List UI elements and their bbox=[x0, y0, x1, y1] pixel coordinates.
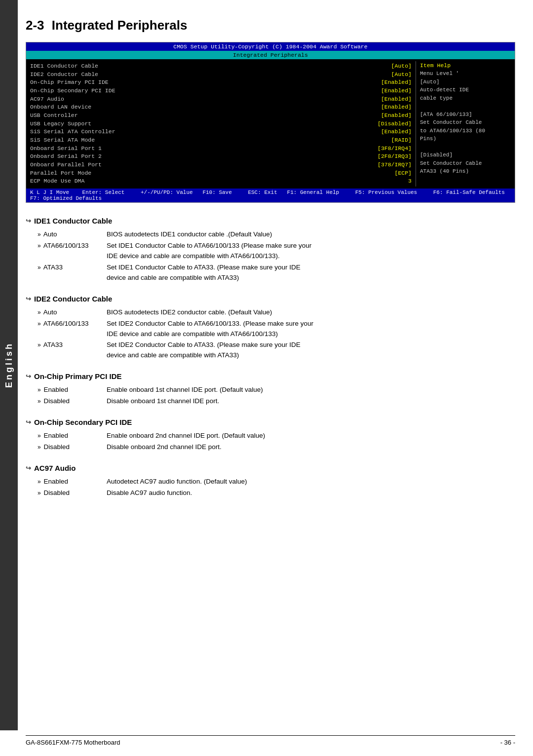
section-ide2-title: IDE2 Conductor Cable bbox=[34, 295, 112, 303]
bios-row-ide2: IDE2 Conductor Cable [Auto] bbox=[30, 71, 412, 79]
bios-menu-level: Menu Level ' bbox=[420, 70, 511, 78]
option-desc: Set IDE1 Conductor Cable to ATA66/100/13… bbox=[105, 240, 515, 262]
bios-row-ecp-dma: ECP Mode Use DMA 3 bbox=[30, 177, 412, 186]
bios-footer-f6: F6: Fail-Safe Defaults bbox=[433, 189, 505, 195]
option-desc: BIOS autodetects IDE1 conductor cable .(… bbox=[105, 229, 515, 240]
bios-menu-col: IDE1 Conductor Cable [Auto] IDE2 Conduct… bbox=[26, 61, 416, 187]
section-ac97-title: AC97 Audio bbox=[34, 464, 76, 472]
section-primary-heading: ↪ On-Chip Primary PCI IDE bbox=[26, 372, 515, 380]
option-name: » Disabled bbox=[26, 488, 105, 499]
list-item: » Disabled Disable onboard 1st channel I… bbox=[26, 396, 515, 407]
option-table-ide2: » Auto BIOS autodetects IDE2 conductor c… bbox=[26, 307, 515, 362]
list-item: » Enabled Enable onboard 2nd channel IDE… bbox=[26, 430, 515, 442]
section-arrow-icon: ↪ bbox=[26, 464, 31, 472]
option-desc: Autodetect AC97 audio function. (Default… bbox=[105, 476, 515, 488]
bios-body: IDE1 Conductor Cable [Auto] IDE2 Conduct… bbox=[26, 59, 515, 189]
list-item: » ATA66/100/133 Set IDE2 Conductor Cable… bbox=[26, 318, 515, 340]
bios-row-primary: On-Chip Primary PCI IDE [Enabled] bbox=[30, 78, 412, 87]
bios-footer: K L J I Move Enter: Select +/-/PU/PD: Va… bbox=[26, 189, 515, 202]
section-arrow-icon: ↪ bbox=[26, 295, 31, 302]
bios-row-serial1: Onboard Serial Port 1 [3F8/IRQ4] bbox=[30, 145, 412, 153]
option-name: » ATA66/100/133 bbox=[26, 318, 105, 340]
option-desc: Set IDE2 Conductor Cable to ATA33. (Plea… bbox=[105, 340, 515, 361]
section-ide1-heading: ↪ IDE1 Conductor Cable bbox=[26, 217, 515, 225]
side-tab-label: English bbox=[4, 342, 14, 388]
option-name: » ATA33 bbox=[26, 340, 105, 361]
bios-row-serial2: Onboard Serial Port 2 [2F8/IRQ3] bbox=[30, 152, 412, 161]
bios-help-col: Item Help Menu Level ' [Auto] Auto-detec… bbox=[416, 61, 515, 187]
section-arrow-icon: ↪ bbox=[26, 418, 31, 426]
page-number: - 36 - bbox=[500, 739, 515, 746]
section-ac97-heading: ↪ AC97 Audio bbox=[26, 464, 515, 472]
option-desc: Set IDE1 Conductor Cable to ATA33. (Plea… bbox=[105, 262, 515, 284]
section-ide1-title: IDE1 Conductor Cable bbox=[34, 217, 112, 225]
main-content: 2-3 Integrated Peripherals CMOS Setup Ut… bbox=[26, 0, 515, 521]
option-table-ac97: » Enabled Autodetect AC97 audio function… bbox=[26, 476, 515, 499]
bios-footer-esc: ESC: Exit F1: General Help bbox=[248, 189, 339, 195]
option-table-secondary: » Enabled Enable onboard 2nd channel IDE… bbox=[26, 430, 515, 453]
list-item: » ATA33 Set IDE2 Conductor Cable to ATA3… bbox=[26, 340, 515, 361]
option-desc: Disable AC97 audio function. bbox=[105, 488, 515, 499]
option-name: » Auto bbox=[26, 229, 105, 240]
option-table-ide1: » Auto BIOS autodetects IDE1 conductor c… bbox=[26, 229, 515, 284]
bios-row-ac97: AC97 Audio [Enabled] bbox=[30, 95, 412, 104]
section-secondary-heading: ↪ On-Chip Secondary PCI IDE bbox=[26, 418, 515, 426]
bios-footer-f7: F7: Optimized Defaults bbox=[30, 195, 102, 201]
section-arrow-icon: ↪ bbox=[26, 217, 31, 225]
list-item: » Disabled Disable AC97 audio function. bbox=[26, 488, 515, 499]
section-primary-title: On-Chip Primary PCI IDE bbox=[34, 372, 122, 380]
bios-row-parallel: Onboard Parallel Port [378/IRQ7] bbox=[30, 161, 412, 169]
bios-footer-value: +/-/PU/PD: Value F10: Save bbox=[141, 189, 232, 195]
bios-row-sis-ata: SiS Serial ATA Controller [Enabled] bbox=[30, 128, 412, 136]
option-name: » Auto bbox=[26, 307, 105, 318]
bios-footer-f5: F5: Previous Values bbox=[355, 189, 417, 195]
list-item: » Auto BIOS autodetects IDE1 conductor c… bbox=[26, 229, 515, 240]
section-number: 2-3 bbox=[26, 18, 44, 33]
bios-row-secondary: On-Chip Secondary PCI IDE [Enabled] bbox=[30, 87, 412, 95]
side-tab: English bbox=[0, 0, 18, 730]
option-name: » ATA33 bbox=[26, 262, 105, 284]
model-label: GA-8S661FXM-775 Motherboard bbox=[26, 739, 120, 746]
list-item: » ATA66/100/133 Set IDE1 Conductor Cable… bbox=[26, 240, 515, 262]
option-name: » ATA66/100/133 bbox=[26, 240, 105, 262]
bios-footer-nav: K L J I Move Enter: Select bbox=[30, 189, 124, 195]
list-item: » Disabled Disable onboard 2nd channel I… bbox=[26, 442, 515, 453]
bios-row-usb-ctrl: USB Controller [Enabled] bbox=[30, 112, 412, 120]
bios-help-title: Item Help bbox=[420, 62, 511, 69]
page-footer: GA-8S661FXM-775 Motherboard - 36 - bbox=[26, 735, 515, 746]
option-desc: Enable onboard 2nd channel IDE port. (De… bbox=[105, 430, 515, 442]
section-arrow-icon: ↪ bbox=[26, 373, 31, 380]
bios-row-ide1: IDE1 Conductor Cable [Auto] bbox=[30, 62, 412, 71]
list-item: » ATA33 Set IDE1 Conductor Cable to ATA3… bbox=[26, 262, 515, 284]
bios-row-parallel-mode: Parallel Port Mode [ECP] bbox=[30, 169, 412, 178]
list-item: » Enabled Autodetect AC97 audio function… bbox=[26, 476, 515, 488]
bios-screenshot: CMOS Setup Utility-Copyright (C) 1984-20… bbox=[26, 42, 515, 203]
option-name: » Disabled bbox=[26, 396, 105, 407]
option-desc: Disable onboard 1st channel IDE port. bbox=[105, 396, 515, 407]
option-name: » Disabled bbox=[26, 442, 105, 453]
option-desc: Set IDE2 Conductor Cable to ATA66/100/13… bbox=[105, 318, 515, 340]
option-name: » Enabled bbox=[26, 384, 105, 396]
list-item: » Enabled Enable onboard 1st channel IDE… bbox=[26, 384, 515, 396]
section-title: Integrated Peripherals bbox=[52, 18, 188, 33]
option-table-primary: » Enabled Enable onboard 1st channel IDE… bbox=[26, 384, 515, 407]
option-name: » Enabled bbox=[26, 430, 105, 442]
list-item: » Auto BIOS autodetects IDE2 conductor c… bbox=[26, 307, 515, 318]
bios-row-lan: Onboard LAN device [Enabled] bbox=[30, 103, 412, 112]
bios-title: CMOS Setup Utility-Copyright (C) 1984-20… bbox=[26, 42, 515, 51]
bios-row-usb-legacy: USB Legacy Support [Disabled] bbox=[30, 120, 412, 128]
bios-subtitle: Integrated Peripherals bbox=[26, 51, 515, 59]
option-desc: Disable onboard 2nd channel IDE port. bbox=[105, 442, 515, 453]
section-secondary-title: On-Chip Secondary PCI IDE bbox=[34, 418, 132, 426]
page-title: 2-3 Integrated Peripherals bbox=[26, 18, 515, 33]
bios-row-sis-mode: SiS Serial ATA Mode [RAID] bbox=[30, 136, 412, 145]
option-name: » Enabled bbox=[26, 476, 105, 488]
option-desc: Enable onboard 1st channel IDE port. (De… bbox=[105, 384, 515, 396]
section-ide2-heading: ↪ IDE2 Conductor Cable bbox=[26, 295, 515, 303]
bios-help-content: [Auto] Auto-detect IDE cable type [ATA 6… bbox=[420, 78, 511, 176]
option-desc: BIOS autodetects IDE2 conductor cable. (… bbox=[105, 307, 515, 318]
